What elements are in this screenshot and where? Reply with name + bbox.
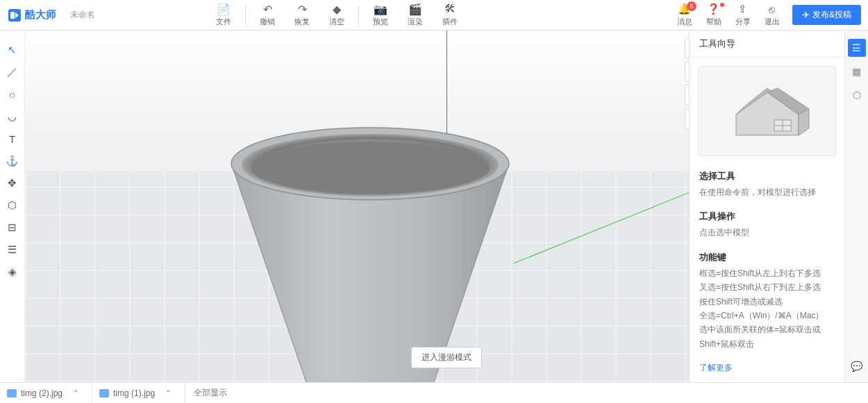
chevron-up-icon[interactable]: ⌃ — [67, 388, 85, 398]
top-bar: 酷大师 未命名 📄文件 ↶撤销 ↷恢复 ◆清空 📷预览 🎬渲染 🛠插件 🔔5消息… — [0, 0, 868, 31]
select-tool[interactable]: ↖ — [3, 39, 22, 61]
chevron-up-icon[interactable]: ⌃ — [159, 388, 177, 398]
clear-button[interactable]: ◆清空 — [319, 0, 354, 31]
tool-op-desc: 点击选中模型 — [699, 225, 835, 239]
exit-icon: ⎋ — [769, 3, 775, 15]
publish-button[interactable]: 发布&投稿 — [792, 5, 861, 25]
far-right-bar: ☰ ▦ ⬡ 💬 — [844, 31, 868, 382]
help-icon: ❓ — [707, 3, 720, 15]
render-button[interactable]: 🎬渲染 — [398, 0, 433, 31]
help-button[interactable]: ❓帮助 — [699, 3, 728, 27]
fn-keys-title: 功能键 — [699, 251, 835, 264]
left-toolbar: ↖ ／ ○ ◡ T ⚓ ✥ ⬡ ⊟ ☰ ◈ — [0, 31, 25, 382]
doc-name: 未命名 — [70, 9, 95, 21]
roam-mode-button[interactable]: 进入漫游模式 — [411, 347, 482, 368]
plugin-icon: 🛠 — [444, 3, 456, 15]
asset-tab-1[interactable]: timg (2).jpg ⌃ — [0, 383, 92, 403]
image-icon — [99, 389, 109, 397]
measure-tool[interactable]: ⊟ — [3, 216, 22, 239]
circle-tool[interactable]: ○ — [3, 83, 22, 105]
right-actions: 🔔5消息 ❓帮助 ⇪分享 ⎋退出 发布&投稿 — [670, 3, 868, 27]
message-badge: 5 — [687, 1, 696, 11]
share-icon: ⇪ — [738, 3, 747, 15]
text-tool[interactable]: T — [3, 128, 22, 150]
fn-line-5: 选中该面所关联的体=鼠标双击或Shift+鼠标双击 — [699, 323, 835, 351]
fn-line-1: 框选=按住Shift从左上到右下多选 — [699, 266, 835, 280]
bottom-bar: timg (2).jpg ⌃ timg (1).jpg ⌃ 全部显示 — [0, 382, 868, 403]
cube-tool[interactable]: ⬡ — [3, 194, 22, 216]
main-toolbar: 📄文件 ↶撤销 ↷恢复 ◆清空 📷预览 🎬渲染 🛠插件 — [206, 0, 467, 31]
show-all-button[interactable]: 全部显示 — [185, 383, 235, 403]
camera-icon: 📷 — [374, 3, 387, 15]
share-button[interactable]: ⇪分享 — [728, 3, 758, 27]
guide-tab-button[interactable]: ☰ — [848, 39, 866, 57]
redo-icon: ↷ — [298, 3, 307, 15]
render-icon: 🎬 — [408, 3, 422, 15]
eraser-icon: ◆ — [333, 3, 341, 15]
select-tool-desc: 在使用命令前，对模型进行选择 — [699, 185, 835, 199]
preview-button[interactable]: 📷预览 — [363, 0, 398, 31]
fn-line-3: 按住Shift可增选或减选 — [699, 295, 835, 309]
file-icon: 📄 — [217, 3, 231, 15]
app-name: 酷大师 — [25, 8, 56, 22]
align-tool[interactable]: ☰ — [3, 239, 22, 261]
redo-button[interactable]: ↷恢复 — [285, 0, 319, 31]
tab-label-1: timg (2).jpg — [21, 388, 62, 398]
feedback-button[interactable]: 💬 — [848, 357, 866, 375]
tool-guide-panel: 工具向导 选择工具 在使用命令前，对模型进行选择 工具操作 点击选中模型 功能键… — [689, 31, 844, 382]
move-tool[interactable]: ✥ — [3, 172, 22, 194]
guide-title: 工具向导 — [699, 37, 735, 50]
model-vase[interactable] — [210, 115, 530, 382]
guide-header: 工具向导 — [690, 31, 844, 58]
tab-label-2: timg (1).jpg — [113, 388, 155, 398]
learn-more-link[interactable]: 了解更多 — [690, 357, 844, 379]
materials-tab-button[interactable]: ▦ — [848, 62, 866, 80]
line-tool[interactable]: ／ — [3, 61, 22, 83]
image-icon — [7, 389, 17, 397]
tool-op-title: 工具操作 — [699, 210, 835, 223]
message-button[interactable]: 🔔5消息 — [670, 3, 699, 27]
arc-tool[interactable]: ◡ — [3, 105, 22, 128]
guide-preview — [698, 66, 836, 156]
exit-button[interactable]: ⎋退出 — [758, 3, 787, 27]
logo-icon — [8, 9, 21, 22]
models-tab-button[interactable]: ⬡ — [848, 86, 866, 104]
anchor-tool[interactable]: ⚓ — [3, 150, 22, 172]
fn-line-4: 全选=Ctrl+A（Win）/⌘A（Mac） — [699, 309, 835, 323]
file-button[interactable]: 📄文件 — [206, 0, 241, 31]
asset-tab-2[interactable]: timg (1).jpg ⌃ — [92, 383, 185, 403]
notify-dot — [720, 3, 724, 7]
undo-icon: ↶ — [263, 3, 272, 15]
fn-line-2: 叉选=按住Shift从右下到左上多选 — [699, 280, 835, 294]
select-tool-title: 选择工具 — [699, 170, 835, 182]
svg-point-2 — [251, 142, 490, 194]
undo-button[interactable]: ↶撤销 — [250, 0, 285, 31]
plugin-button[interactable]: 🛠插件 — [433, 0, 467, 31]
app-logo[interactable]: 酷大师 — [0, 8, 65, 22]
paint-tool[interactable]: ◈ — [3, 261, 22, 283]
